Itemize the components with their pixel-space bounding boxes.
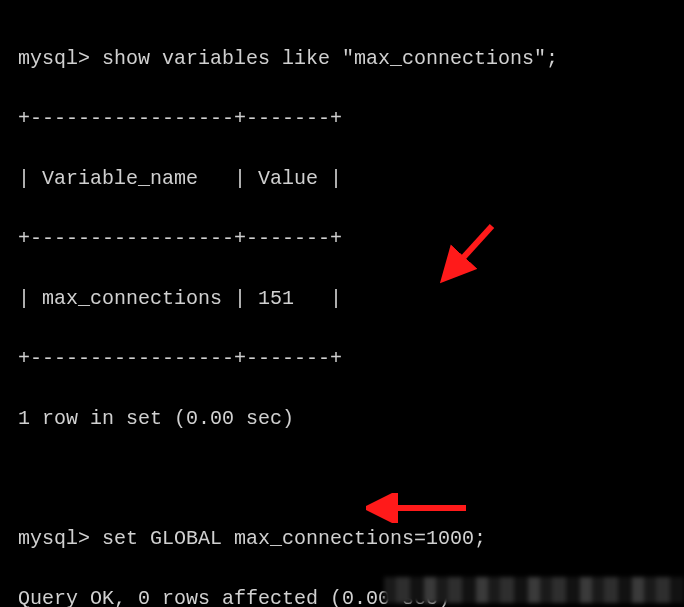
blank-line	[18, 464, 666, 494]
table-border: +-----------------+-------+	[18, 104, 666, 134]
result-summary: 1 row in set (0.00 sec)	[18, 404, 666, 434]
mysql-prompt: mysql>	[18, 527, 90, 550]
censored-region	[384, 577, 684, 603]
cmd-line-1[interactable]: mysql> show variables like "max_connecti…	[18, 44, 666, 74]
terminal-output: mysql> show variables like "max_connecti…	[18, 14, 666, 607]
cmd-line-2[interactable]: mysql> set GLOBAL max_connections=1000;	[18, 524, 666, 554]
table-row: | max_connections | 151 |	[18, 284, 666, 314]
mysql-prompt: mysql>	[18, 47, 90, 70]
table-header: | Variable_name | Value |	[18, 164, 666, 194]
table-border: +-----------------+-------+	[18, 224, 666, 254]
command-text: show variables like "max_connections";	[102, 47, 558, 70]
command-text: set GLOBAL max_connections=1000;	[102, 527, 486, 550]
table-border: +-----------------+-------+	[18, 344, 666, 374]
